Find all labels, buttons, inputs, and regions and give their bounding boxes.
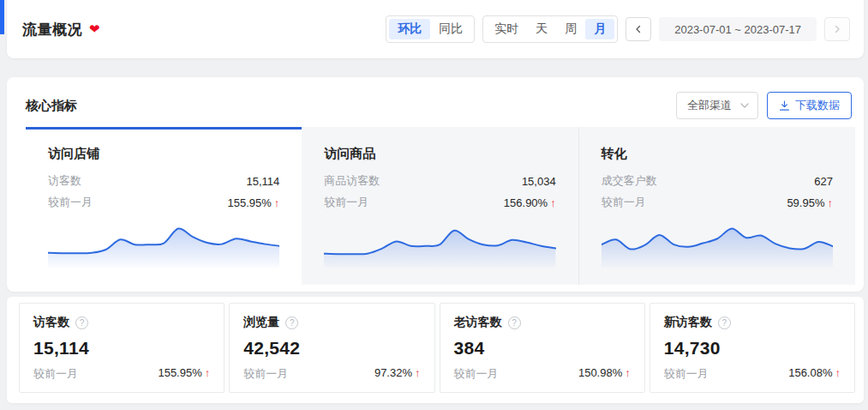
help-icon[interactable]: ?: [285, 317, 298, 329]
metric-value: 15,034: [522, 175, 556, 188]
date-range-picker[interactable]: 2023-07-01 ~ 2023-07-17: [659, 17, 817, 41]
summary-compare-row: 较前一月 97.32%↑: [243, 366, 420, 382]
help-icon[interactable]: ?: [718, 317, 731, 329]
compare-label: 较前一月: [33, 366, 78, 382]
summary-title-row: 访客数 ?: [33, 315, 210, 330]
download-icon: [779, 100, 790, 112]
channel-select[interactable]: 全部渠道: [676, 92, 758, 119]
help-icon[interactable]: ?: [75, 317, 88, 329]
metric-label: 访客数: [48, 173, 81, 189]
header-controls: 环比 同比 实时 天 周 月 2023-07-01 ~ 2023-07-17: [386, 15, 850, 43]
trend-up-icon: ↑: [205, 366, 211, 379]
summary-returning-visitors: 老访客数 ? 384 较前一月 150.98%↑: [440, 303, 645, 393]
card-metric-row: 商品访客数 15,034: [324, 173, 555, 189]
page-accent-bar: [0, 0, 4, 34]
summary-compare-row: 较前一月 156.08%↑: [664, 366, 841, 382]
card-metric-row: 访客数 15,114: [48, 173, 279, 189]
compare-value: 155.95%↑: [228, 196, 280, 209]
trend-up-icon: ↑: [415, 366, 421, 379]
summary-label: 老访客数: [454, 315, 502, 330]
summary-label: 新访客数: [664, 315, 712, 330]
summary-value: 14,730: [664, 338, 841, 359]
summary-compare-row: 较前一月 155.95%↑: [33, 366, 210, 382]
summary-new-visitors: 新访客数 ? 14,730 较前一月 156.08%↑: [650, 303, 855, 393]
metric-value: 627: [814, 175, 833, 188]
compare-value: 59.95%↑: [787, 196, 833, 209]
summary-label: 浏览量: [243, 315, 279, 330]
compare-value: 156.90%↑: [504, 196, 556, 209]
summary-visitors: 访客数 ? 15,114 较前一月 155.95%↑: [19, 303, 224, 393]
trend-up-icon: ↑: [274, 196, 280, 209]
card-metric-row: 成交客户数 627: [602, 173, 833, 189]
card-visit-shop[interactable]: 访问店铺 访客数 15,114 较前一月 155.95%↑: [26, 127, 302, 285]
core-metrics-title: 核心指标: [26, 98, 77, 114]
period-group: 实时 天 周 月: [482, 15, 618, 43]
compare-label: 较前一月: [454, 366, 499, 382]
tab-month[interactable]: 月: [585, 19, 614, 39]
tab-day[interactable]: 天: [527, 19, 556, 39]
metric-label: 商品访客数: [324, 173, 380, 189]
summary-compare-row: 较前一月 150.98%↑: [454, 366, 631, 382]
compare-label: 较前一月: [48, 195, 93, 210]
compare-value: 156.08%↑: [788, 366, 841, 382]
tab-realtime[interactable]: 实时: [486, 19, 527, 39]
card-conversion[interactable]: 转化 成交客户数 627 较前一月 59.95%↑: [578, 127, 855, 285]
compare-label: 较前一月: [664, 366, 709, 382]
download-data-button[interactable]: 下载数据: [767, 92, 852, 119]
card-title: 访问店铺: [48, 146, 279, 162]
compare-value: 155.95%↑: [158, 366, 210, 382]
compare-label: 较前一月: [324, 195, 368, 210]
chevron-right-icon: [833, 25, 841, 33]
sparkline-conversion: [602, 216, 833, 268]
sparkline-visit-shop: [48, 216, 279, 268]
traffic-overview-page: 流量概况 ❤ 环比 同比 实时 天 周 月 2023-07-01 ~ 2023-…: [0, 0, 868, 410]
metric-cards-row: 访问店铺 访客数 15,114 较前一月 155.95%↑ 访问商品 商品访客数…: [26, 127, 855, 285]
trend-up-icon: ↑: [835, 366, 841, 379]
help-icon[interactable]: ?: [508, 317, 521, 329]
compare-mode-group: 环比 同比: [386, 15, 475, 43]
chevron-down-icon: [740, 103, 749, 108]
tab-week[interactable]: 周: [556, 19, 585, 39]
compare-label: 较前一月: [243, 366, 288, 382]
card-compare-row: 较前一月 59.95%↑: [602, 195, 833, 210]
trend-up-icon: ↑: [550, 196, 556, 209]
metric-label: 成交客户数: [602, 173, 657, 189]
channel-select-value: 全部渠道: [687, 98, 732, 113]
core-metrics-panel: 核心指标 全部渠道 下载数据 访问店铺 访客数 15,114: [7, 77, 864, 292]
summary-title-row: 老访客数 ?: [454, 315, 631, 330]
tab-tongbi[interactable]: 同比: [430, 19, 471, 39]
summary-value: 42,542: [243, 338, 420, 359]
summary-title-row: 新访客数 ?: [664, 315, 841, 330]
date-range-value: 2023-07-01 ~ 2023-07-17: [674, 23, 801, 36]
summary-title-row: 浏览量 ?: [243, 315, 420, 330]
next-period-button[interactable]: [824, 17, 850, 41]
sparkline-visit-product: [324, 216, 555, 268]
summary-label: 访客数: [33, 315, 69, 330]
trend-up-icon: ↑: [827, 196, 833, 209]
card-visit-product[interactable]: 访问商品 商品访客数 15,034 较前一月 156.90%↑: [302, 127, 578, 285]
trend-up-icon: ↑: [625, 366, 631, 379]
compare-value: 150.98%↑: [578, 366, 631, 382]
tab-huanbi[interactable]: 环比: [389, 19, 430, 39]
card-compare-row: 较前一月 155.95%↑: [48, 195, 279, 210]
compare-label: 较前一月: [602, 195, 646, 210]
summary-panel: 访客数 ? 15,114 较前一月 155.95%↑ 浏览量 ? 42,542 …: [7, 297, 864, 403]
card-title: 转化: [602, 146, 833, 162]
card-title: 访问商品: [324, 146, 555, 162]
compare-value: 97.32%↑: [374, 366, 421, 382]
summary-value: 384: [454, 338, 631, 359]
card-compare-row: 较前一月 156.90%↑: [324, 195, 555, 210]
page-header: 流量概况 ❤ 环比 同比 实时 天 周 月 2023-07-01 ~ 2023-…: [7, 0, 864, 58]
summary-value: 15,114: [33, 338, 210, 359]
favorite-heart-icon[interactable]: ❤: [89, 21, 100, 37]
page-title: 流量概况: [22, 20, 82, 39]
summary-row: 访客数 ? 15,114 较前一月 155.95%↑ 浏览量 ? 42,542 …: [19, 303, 855, 393]
summary-pageviews: 浏览量 ? 42,542 较前一月 97.32%↑: [229, 303, 434, 393]
metric-value: 15,114: [247, 175, 280, 188]
download-label: 下载数据: [795, 98, 840, 113]
core-metrics-header: 核心指标 全部渠道 下载数据: [26, 89, 852, 122]
chevron-left-icon: [634, 25, 643, 33]
prev-period-button[interactable]: [626, 17, 651, 41]
